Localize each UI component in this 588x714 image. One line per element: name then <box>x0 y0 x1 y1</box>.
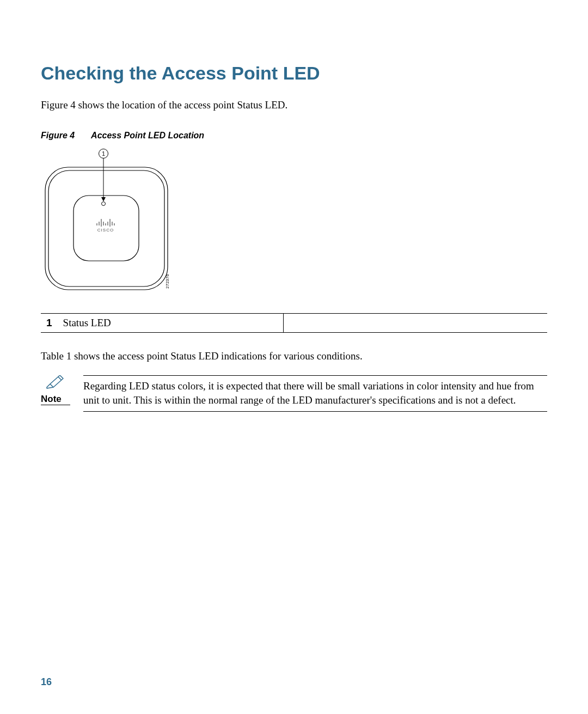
legend-label: Status LED <box>58 314 284 333</box>
note-block: Note Regarding LED status colors, it is … <box>41 375 547 412</box>
table-reference-paragraph: Table 1 shows the access point Status LE… <box>41 350 547 362</box>
pencil-icon <box>46 375 65 389</box>
access-point-diagram: 1 CISCO 272376 <box>41 148 177 298</box>
note-icon-column: Note <box>41 375 70 405</box>
figure-diagram: 1 CISCO 272376 <box>41 148 547 298</box>
figure-title: Access Point LED Location <box>91 131 204 140</box>
intro-paragraph: Figure 4 shows the location of the acces… <box>41 99 547 111</box>
svg-point-6 <box>102 202 106 206</box>
cisco-logo-icon <box>97 219 114 227</box>
section-heading: Checking the Access Point LED <box>41 63 547 84</box>
diagram-id: 272376 <box>165 274 170 289</box>
svg-line-18 <box>58 377 62 380</box>
figure-legend-table: 1 Status LED <box>41 313 547 333</box>
table-row: 1 Status LED <box>41 314 547 333</box>
svg-line-17 <box>50 384 53 387</box>
figure-number: Figure 4 <box>41 131 75 140</box>
figure-caption: Figure 4 Access Point LED Location <box>41 131 547 141</box>
page-number: 16 <box>41 676 52 688</box>
note-label: Note <box>41 394 70 405</box>
svg-marker-16 <box>47 375 63 388</box>
legend-empty-cell <box>283 314 547 333</box>
legend-number: 1 <box>41 314 58 333</box>
svg-marker-2 <box>101 197 106 202</box>
note-body-text: Regarding LED status colors, it is expec… <box>83 375 547 412</box>
cisco-logo-text: CISCO <box>97 228 114 233</box>
callout-1: 1 <box>102 150 105 157</box>
